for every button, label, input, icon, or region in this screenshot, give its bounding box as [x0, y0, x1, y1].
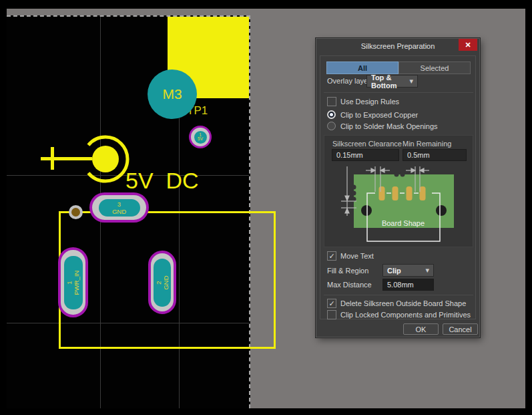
overlay-layers-dropdown[interactable]: Top & Bottom ▾ — [366, 75, 418, 88]
testpoint-net: 5V — [198, 137, 203, 142]
power-net-silkscreen-label[interactable]: 5V DC — [125, 168, 199, 194]
pad-designator: 1 — [66, 270, 73, 295]
pad-designator: 3 — [117, 200, 121, 208]
m3-label: M3 — [162, 86, 182, 102]
checkbox-clip-locked[interactable]: ✓ — [327, 310, 336, 319]
pcb-canvas[interactable]: TP1 M3 1 5V 5V DC 3 GND — [7, 15, 250, 408]
pad-designator: 2 — [155, 275, 162, 289]
max-distance-label: Max Distance — [327, 281, 372, 289]
dialog-titlebar[interactable]: Silkscreen Preparation — [316, 39, 479, 53]
dialog-body-panel: All Selected Overlay layers Top & Bottom… — [320, 55, 476, 319]
plus-mark[interactable] — [51, 147, 54, 170]
testpoint-pad-5v[interactable]: 1 5V — [189, 126, 212, 148]
separator — [324, 92, 473, 93]
separator — [324, 295, 473, 295]
pad-net: GND — [112, 208, 126, 215]
close-button[interactable]: ✕ — [459, 39, 477, 51]
check-icon: ✓ — [328, 300, 334, 307]
pad-net: GND — [162, 275, 170, 289]
pad-net: PWR_IN — [73, 270, 81, 295]
board-shape-illustration: Board Shape — [327, 165, 471, 245]
min-remaining-length-input[interactable] — [403, 149, 467, 161]
fill-region-dropdown[interactable]: Clip ▾ — [382, 264, 434, 277]
tab-all[interactable]: All — [326, 61, 398, 74]
check-icon: ✓ — [328, 253, 334, 259]
dialog-title: Silkscreen Preparation — [316, 42, 479, 50]
pad-pwr-in-1[interactable]: 1 PWR_IN — [58, 247, 88, 317]
target-ring[interactable] — [80, 134, 131, 184]
radio-clip-solder-mask[interactable] — [327, 122, 336, 130]
checkbox-move-text[interactable]: ✓ — [327, 251, 336, 261]
radio-clip-exposed-copper[interactable] — [327, 110, 336, 119]
board-shape-label: Board Shape — [382, 219, 425, 227]
close-icon: ✕ — [465, 41, 471, 49]
drill-hole — [71, 208, 80, 217]
checkbox-delete-silkscreen-outside[interactable]: ✓ — [327, 299, 336, 308]
clip-locked-label[interactable]: Clip Locked Components and Primitives — [340, 311, 471, 319]
silkscreen-clearance-input[interactable] — [332, 149, 399, 161]
clearance-group: Silkscreen Clearance Min Remaining Lengt… — [324, 135, 473, 247]
silkscreen-clearance-label: Silkscreen Clearance — [332, 140, 402, 148]
clip-exposed-copper-label[interactable]: Clip to Exposed Copper — [340, 111, 418, 119]
cancel-button[interactable]: Cancel — [443, 323, 478, 335]
pad-gnd-2[interactable]: 2 GND — [148, 251, 176, 314]
clip-solder-mask-label[interactable]: Clip to Solder Mask Openings — [340, 122, 438, 130]
via[interactable] — [69, 205, 83, 219]
checkbox-use-design-rules[interactable]: ✓ — [327, 97, 336, 106]
mounting-hole-m3[interactable]: M3 — [148, 70, 197, 119]
chevron-down-icon: ▾ — [425, 266, 429, 275]
max-distance-input[interactable] — [382, 279, 434, 291]
move-text-label[interactable]: Move Text — [340, 252, 374, 260]
ok-button[interactable]: OK — [403, 323, 439, 335]
silkscreen-preparation-dialog: Silkscreen Preparation ✕ All Selected Ov… — [316, 38, 480, 337]
fill-region-label: Fill & Region — [327, 267, 368, 275]
use-design-rules-label[interactable]: Use Design Rules — [340, 98, 399, 106]
chevron-down-icon: ▾ — [409, 77, 413, 86]
pad-gnd-3[interactable]: 3 GND — [89, 192, 149, 223]
tab-selected[interactable]: Selected — [398, 61, 471, 74]
delete-silkscreen-outside-label[interactable]: Delete Silksreen Outside Board Shape — [340, 299, 466, 307]
